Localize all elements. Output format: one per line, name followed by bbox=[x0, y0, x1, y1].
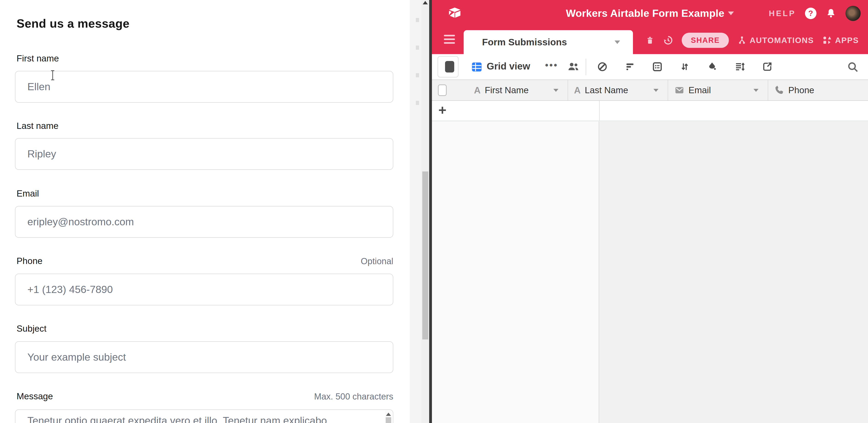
airtable-tabbar: Form Submissions SHARE bbox=[432, 27, 868, 54]
screen: Send us a message First name Last name E… bbox=[0, 0, 868, 423]
email-label: Email bbox=[17, 188, 39, 199]
form-title: Send us a message bbox=[17, 17, 129, 30]
email-input[interactable] bbox=[15, 206, 393, 238]
history-icon[interactable] bbox=[663, 35, 674, 46]
automations-icon bbox=[737, 35, 747, 46]
hide-fields-icon[interactable] bbox=[597, 61, 608, 72]
trash-icon[interactable] bbox=[645, 35, 655, 46]
filter-icon[interactable] bbox=[625, 61, 635, 72]
view-options-icon[interactable]: ••• bbox=[545, 60, 558, 70]
first-name-input[interactable] bbox=[15, 71, 393, 103]
message-scrollbar-thumb[interactable] bbox=[386, 417, 391, 423]
gutter-mark bbox=[416, 73, 419, 77]
user-avatar[interactable] bbox=[845, 6, 861, 21]
view-toolbar: Grid view ••• bbox=[432, 54, 868, 80]
active-table-name: Form Submissions bbox=[482, 37, 615, 48]
sort-icon[interactable] bbox=[679, 61, 690, 72]
base-title[interactable]: Workers Airtable Form Example bbox=[566, 7, 724, 19]
contact-form-pane: Send us a message First name Last name E… bbox=[0, 0, 410, 423]
phone-label: Phone bbox=[17, 256, 42, 266]
color-icon[interactable] bbox=[707, 61, 718, 72]
column-header-first-name[interactable]: A First Name bbox=[459, 80, 568, 100]
toolbar-divider bbox=[586, 59, 586, 75]
message-textarea[interactable]: Tenetur optio quaerat expedita vero et i… bbox=[15, 410, 393, 423]
scroll-up-icon[interactable] bbox=[423, 1, 428, 4]
chevron-down-icon[interactable] bbox=[615, 40, 620, 44]
column-header-last-name[interactable]: A Last Name bbox=[568, 80, 669, 100]
chevron-down-icon[interactable] bbox=[653, 89, 658, 92]
message-label: Message bbox=[17, 391, 53, 401]
subject-input[interactable] bbox=[15, 341, 393, 373]
phone-input[interactable] bbox=[15, 274, 393, 305]
automations-button[interactable]: AUTOMATIONS bbox=[737, 35, 814, 46]
gutter-mark bbox=[416, 46, 419, 50]
row-height-icon[interactable] bbox=[734, 61, 745, 72]
pane-gutter bbox=[410, 0, 421, 423]
collaborators-icon[interactable] bbox=[567, 61, 580, 72]
select-all-cell bbox=[432, 80, 459, 100]
window-divider bbox=[429, 0, 432, 423]
select-all-checkbox[interactable] bbox=[438, 85, 447, 96]
chevron-down-icon[interactable] bbox=[553, 89, 558, 92]
message-text: Tenetur optio quaerat expedita vero et i… bbox=[27, 414, 372, 423]
grid-body-primary-column bbox=[432, 122, 599, 423]
last-name-label: Last name bbox=[17, 121, 58, 131]
first-name-label: First name bbox=[17, 53, 59, 63]
grid-body bbox=[432, 122, 868, 423]
chevron-down-icon[interactable] bbox=[728, 11, 734, 15]
chevron-down-icon[interactable] bbox=[753, 89, 758, 92]
share-view-icon[interactable] bbox=[762, 61, 773, 72]
page-scrollbar-thumb[interactable] bbox=[422, 172, 428, 339]
column-header-email[interactable]: Email bbox=[668, 80, 768, 100]
tab-form-submissions[interactable]: Form Submissions bbox=[464, 30, 633, 54]
text-cursor-icon bbox=[50, 70, 56, 81]
help-icon[interactable]: ? bbox=[805, 8, 816, 19]
text-field-icon: A bbox=[574, 85, 581, 95]
share-button[interactable]: SHARE bbox=[682, 33, 729, 48]
gutter-mark bbox=[416, 101, 419, 105]
group-icon[interactable] bbox=[652, 61, 663, 72]
grid-header-row: A First Name A Last Name Email bbox=[432, 80, 868, 101]
envelope-icon bbox=[674, 85, 685, 95]
menu-icon[interactable] bbox=[444, 35, 455, 44]
last-name-input[interactable] bbox=[15, 138, 393, 170]
message-max-hint: Max. 500 characters bbox=[314, 392, 393, 401]
search-icon[interactable] bbox=[847, 61, 859, 73]
apps-icon bbox=[822, 35, 832, 46]
apps-button[interactable]: APPS bbox=[822, 35, 859, 46]
add-row[interactable]: + bbox=[432, 101, 868, 121]
column-header-phone[interactable]: Phone bbox=[768, 80, 868, 100]
phone-optional-hint: Optional bbox=[361, 256, 393, 266]
text-field-icon: A bbox=[474, 85, 481, 95]
plus-icon[interactable]: + bbox=[438, 102, 446, 118]
message-scrollbar[interactable] bbox=[385, 411, 392, 423]
bell-icon[interactable] bbox=[826, 8, 836, 19]
phone-icon bbox=[774, 85, 785, 95]
help-menu[interactable]: HELP bbox=[769, 9, 796, 18]
subject-label: Subject bbox=[17, 324, 46, 334]
view-name[interactable]: Grid view bbox=[487, 61, 530, 72]
column-separator bbox=[599, 101, 599, 121]
scroll-up-icon[interactable] bbox=[386, 413, 391, 416]
gutter-mark bbox=[416, 18, 419, 22]
airtable-pane: Workers Airtable Form Example HELP ? For… bbox=[432, 0, 868, 423]
sidebar-icon bbox=[445, 61, 454, 72]
airtable-topbar: Workers Airtable Form Example HELP ? bbox=[432, 0, 868, 27]
grid-view-icon[interactable] bbox=[471, 61, 483, 73]
view-sidebar-toggle[interactable] bbox=[437, 56, 459, 78]
page-scrollbar[interactable] bbox=[421, 0, 429, 423]
